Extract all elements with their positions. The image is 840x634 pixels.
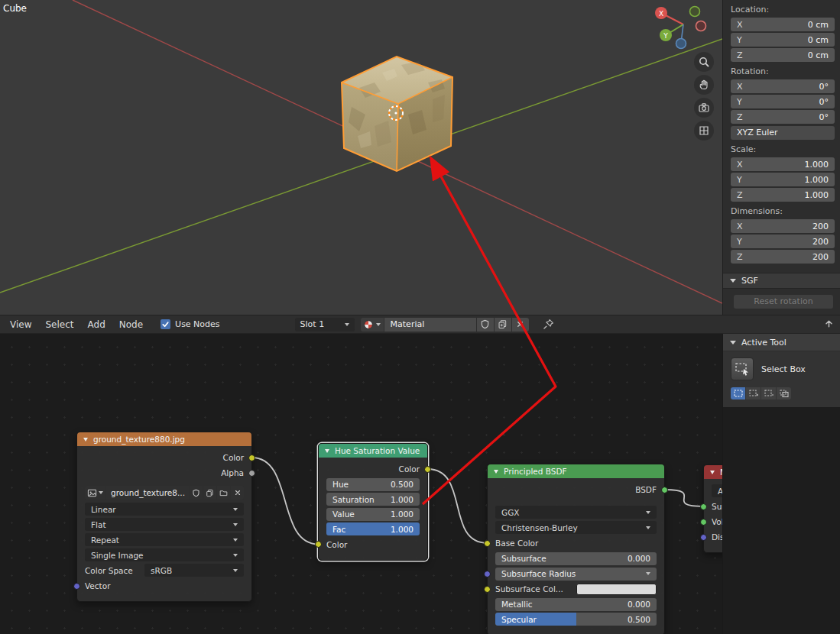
dimensions-x-field[interactable]: X200 [731, 219, 835, 233]
sgf-panel-header[interactable]: SGF [723, 273, 840, 289]
pan-hand-icon[interactable] [694, 75, 714, 95]
output-target-select[interactable]: All [712, 484, 722, 497]
base-color-input-socket[interactable] [484, 540, 491, 547]
location-z-field[interactable]: Z0 cm [731, 48, 835, 62]
select-box-tool-button[interactable] [731, 357, 754, 380]
scale-z-field[interactable]: Z1.000 [731, 188, 835, 202]
chevron-down-icon [233, 508, 238, 511]
subsurface-radius-input-socket[interactable] [484, 571, 491, 577]
distribution-select[interactable]: GGX [495, 506, 657, 519]
hsv-node[interactable]: Hue Saturation Value Color Hue0.500 Satu… [318, 443, 428, 561]
scale-y-field[interactable]: Y1.000 [731, 173, 835, 186]
gizmo-z-neg-axis[interactable] [676, 39, 686, 49]
image-browse-button[interactable] [85, 486, 105, 500]
menu-node[interactable]: Node [112, 319, 150, 330]
value-slider[interactable]: Value1.000 [326, 508, 420, 521]
collapse-icon[interactable] [325, 449, 329, 453]
rotation-x-field[interactable]: X0° [731, 79, 835, 93]
projection-select[interactable]: Flat [85, 518, 244, 531]
select-extend-icon [748, 389, 759, 398]
cube-object[interactable] [342, 57, 452, 171]
subsurface-slider[interactable]: Subsurface0.000 [495, 552, 657, 565]
hue-slider[interactable]: Hue0.500 [326, 478, 420, 491]
viewport-3d[interactable]: Cube X Y [0, 0, 722, 315]
alpha-output-socket[interactable] [248, 470, 255, 477]
image-new-button[interactable] [203, 486, 216, 500]
location-y-field[interactable]: Y0 cm [731, 33, 835, 47]
subsurface-color-swatch[interactable] [576, 584, 657, 595]
pin-button[interactable] [543, 319, 554, 330]
collapse-icon[interactable] [494, 470, 498, 474]
vector-input-socket[interactable] [73, 583, 80, 590]
color-output-socket[interactable] [424, 466, 431, 473]
bsdf-output-socket[interactable] [661, 487, 668, 493]
scale-x-field[interactable]: X1.000 [731, 157, 835, 171]
subsurface-method-select[interactable]: Christensen-Burley [495, 521, 657, 534]
rotation-y-field[interactable]: Y0° [731, 95, 835, 108]
material-output-node[interactable]: Material Output All Surface Volume Displ… [703, 464, 722, 553]
fake-user-shield-button[interactable] [477, 318, 494, 332]
node-editor-canvas[interactable]: ground_texture880.jpg Color Alpha ground… [0, 334, 722, 634]
expand-region-button[interactable] [824, 319, 834, 331]
collapse-icon[interactable] [710, 471, 715, 474]
volume-input-socket[interactable] [700, 519, 707, 526]
image-fake-user-button[interactable] [190, 486, 203, 500]
duplicate-icon [498, 319, 508, 329]
output-alpha-label: Alpha [221, 468, 244, 477]
chevron-down-icon [646, 526, 650, 529]
image-name-field[interactable]: ground_texture8... [106, 486, 189, 500]
gizmo-y-neg-axis[interactable] [690, 7, 700, 17]
collapse-icon[interactable] [83, 438, 88, 442]
new-material-button[interactable] [495, 318, 511, 332]
zoom-icon[interactable] [694, 52, 714, 72]
displacement-input-socket[interactable] [700, 534, 707, 541]
location-x-field[interactable]: X0 cm [731, 18, 835, 31]
image-texture-node[interactable]: ground_texture880.jpg Color Alpha ground… [76, 432, 252, 602]
node-header[interactable]: ground_texture880.jpg [77, 432, 251, 446]
fac-slider[interactable]: Fac1.000 [326, 522, 420, 535]
principled-bsdf-node[interactable]: Principled BSDF BSDF GGX Christensen-Bur… [487, 464, 665, 634]
node-header[interactable]: Principled BSDF [488, 464, 664, 478]
select-mode-set-button[interactable] [731, 387, 745, 399]
dimensions-z-field[interactable]: Z200 [731, 250, 835, 264]
interpolation-select[interactable]: Linear [85, 503, 244, 516]
menu-view[interactable]: View [3, 319, 38, 330]
specular-slider[interactable]: Specular0.500 [495, 613, 657, 626]
rotation-mode-select[interactable]: XYZ Euler [731, 126, 835, 140]
reset-rotation-button[interactable]: Reset rotation [734, 295, 833, 309]
menu-add[interactable]: Add [81, 319, 112, 330]
color-output-socket[interactable] [248, 454, 255, 461]
color-input-socket[interactable] [315, 541, 322, 548]
dimensions-y-field[interactable]: Y200 [731, 235, 835, 248]
node-header[interactable]: Hue Saturation Value [319, 444, 427, 458]
unlink-material-button[interactable] [512, 318, 529, 332]
rotation-z-field[interactable]: Z0° [731, 110, 835, 124]
ortho-grid-icon[interactable] [694, 121, 714, 141]
active-tool-panel-header[interactable]: Active Tool [723, 334, 840, 351]
surface-input-socket[interactable] [700, 503, 707, 510]
navigation-gizmo[interactable]: X Y [647, 2, 718, 50]
use-nodes-checkbox[interactable] [161, 319, 170, 329]
subsurface-color-input-socket[interactable] [484, 586, 491, 593]
gizmo-x-neg-axis[interactable] [696, 21, 706, 31]
output-row-color: Color [326, 462, 420, 476]
material-browse-button[interactable] [361, 318, 384, 332]
menu-select[interactable]: Select [38, 319, 80, 330]
saturation-slider[interactable]: Saturation1.000 [326, 493, 420, 506]
node-header[interactable]: Material Output [704, 465, 722, 479]
subsurface-radius-field[interactable]: Subsurface Radius [495, 568, 657, 581]
camera-view-icon[interactable] [694, 98, 714, 118]
select-mode-subtract-button[interactable] [761, 387, 776, 399]
metallic-slider[interactable]: Metallic0.000 [495, 598, 657, 611]
chevron-down-icon [376, 323, 381, 326]
material-slot-select[interactable]: Slot 1 [295, 318, 355, 332]
extension-select[interactable]: Repeat [85, 533, 244, 546]
subsurface-color-row: Subsurface Col... [495, 583, 657, 595]
select-mode-intersect-button[interactable] [777, 387, 791, 399]
image-unlink-button[interactable] [231, 486, 244, 500]
color-space-select[interactable]: sRGB [144, 564, 244, 577]
select-mode-extend-button[interactable] [746, 387, 761, 399]
source-select[interactable]: Single Image [85, 548, 244, 561]
image-open-button[interactable] [217, 486, 230, 500]
material-name-field[interactable]: Material [384, 318, 476, 332]
